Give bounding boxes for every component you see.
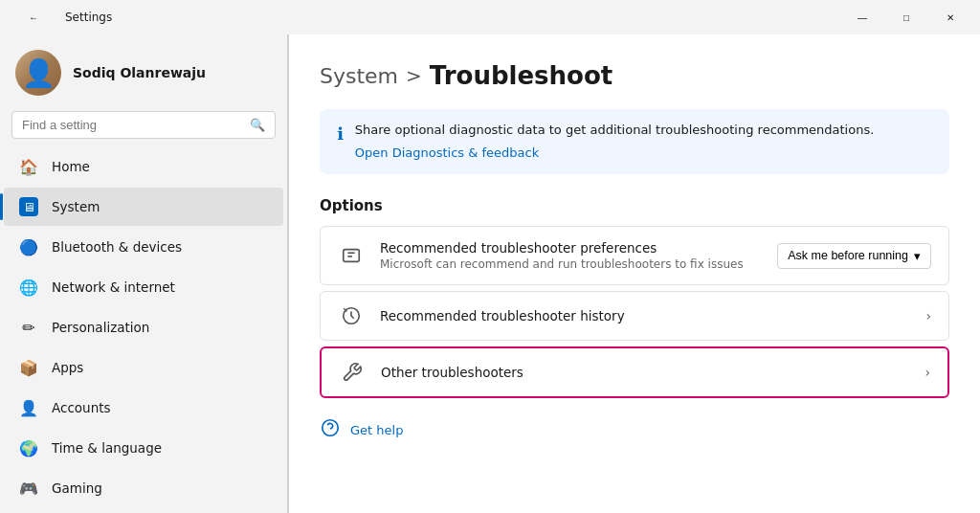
nav-label-bluetooth: Bluetooth & devices <box>52 239 182 255</box>
network-icon: 🌐 <box>19 278 38 297</box>
search-box[interactable]: 🔍 <box>11 111 276 139</box>
option-card-recommended-history[interactable]: Recommended troubleshooter history › <box>320 291 949 341</box>
option-card-recommended-prefs[interactable]: Recommended troubleshooter preferences M… <box>320 226 949 285</box>
other-troubleshooters-text: Other troubleshooters <box>381 365 909 380</box>
nav-label-time: Time & language <box>52 440 162 456</box>
recommended-prefs-icon <box>338 245 365 266</box>
breadcrumb: System > Troubleshoot <box>320 61 949 90</box>
home-icon: 🏠 <box>19 157 38 176</box>
breadcrumb-current: Troubleshoot <box>430 61 612 90</box>
bluetooth-icon: 🔵 <box>19 237 38 256</box>
gaming-icon: 🎮 <box>19 479 38 498</box>
user-profile[interactable]: Sodiq Olanrewaju <box>0 34 287 107</box>
nav-label-accounts: Accounts <box>52 400 111 415</box>
nav-label-personalization: Personalization <box>52 320 149 335</box>
time-icon: 🌍 <box>19 438 38 457</box>
nav-item-gaming[interactable]: 🎮 Gaming <box>4 469 283 507</box>
ask-me-dropdown[interactable]: Ask me before running ▾ <box>777 243 931 269</box>
nav-item-accounts[interactable]: 👤 Accounts <box>4 389 283 427</box>
back-button[interactable]: ← <box>11 2 56 33</box>
recommended-prefs-title: Recommended troubleshooter preferences <box>380 240 762 256</box>
personalization-icon: ✏️ <box>19 318 38 337</box>
search-input[interactable] <box>22 118 242 132</box>
nav-item-network[interactable]: 🌐 Network & internet <box>4 268 283 306</box>
get-help-link[interactable]: Get help <box>350 423 403 437</box>
svg-point-5 <box>323 420 339 436</box>
svg-rect-0 <box>344 250 360 262</box>
app-title: Settings <box>65 11 112 24</box>
history-icon <box>338 305 365 326</box>
diagnostics-link[interactable]: Open Diagnostics & feedback <box>355 145 539 160</box>
options-label: Options <box>320 197 949 214</box>
accounts-icon: 👤 <box>19 398 38 417</box>
nav-item-apps[interactable]: 📦 Apps <box>4 348 283 387</box>
main-content: System > Troubleshoot ℹ️ Share optional … <box>289 34 980 513</box>
nav-item-bluetooth[interactable]: 🔵 Bluetooth & devices <box>4 228 283 266</box>
history-right: › <box>925 308 931 323</box>
title-bar-left: ← Settings <box>11 2 112 33</box>
apps-icon: 📦 <box>19 358 38 377</box>
option-card-other-troubleshooters[interactable]: Other troubleshooters › <box>320 346 949 398</box>
info-banner-text: Share optional diagnostic data to get ad… <box>355 123 874 137</box>
history-text: Recommended troubleshooter history <box>380 308 910 323</box>
nav-label-network: Network & internet <box>52 279 175 295</box>
avatar <box>15 50 61 96</box>
get-help[interactable]: Get help <box>320 410 949 451</box>
nav-label-system: System <box>52 199 100 214</box>
recommended-prefs-right: Ask me before running ▾ <box>777 243 931 269</box>
close-button[interactable]: ✕ <box>928 2 972 33</box>
chevron-right-other-icon: › <box>924 365 930 380</box>
other-troubleshooters-right: › <box>924 365 930 380</box>
nav-label-apps: Apps <box>52 360 83 375</box>
search-icon: 🔍 <box>250 118 265 132</box>
user-name: Sodiq Olanrewaju <box>73 65 206 80</box>
nav-item-system[interactable]: 🖥 System <box>4 188 283 226</box>
recommended-prefs-subtitle: Microsoft can recommend and run troubles… <box>380 257 762 271</box>
breadcrumb-separator: > <box>406 64 422 87</box>
window-controls: — □ ✕ <box>840 2 972 33</box>
sidebar: Sodiq Olanrewaju 🔍 🏠 Home 🖥 System 🔵 Blu… <box>0 34 287 513</box>
nav-item-time[interactable]: 🌍 Time & language <box>4 429 283 467</box>
chevron-right-icon: › <box>925 308 931 323</box>
nav-item[interactable]: 🏠 Home <box>4 147 283 186</box>
info-text-block: Share optional diagnostic data to get ad… <box>355 123 874 161</box>
history-title: Recommended troubleshooter history <box>380 308 910 323</box>
dropdown-label: Ask me before running <box>788 249 908 262</box>
title-bar: ← Settings — □ ✕ <box>0 0 980 34</box>
wrench-icon <box>339 362 366 383</box>
system-icon: 🖥 <box>19 197 38 216</box>
get-help-icon <box>320 417 341 443</box>
recommended-prefs-text: Recommended troubleshooter preferences M… <box>380 240 762 271</box>
other-troubleshooters-title: Other troubleshooters <box>381 365 909 380</box>
nav-label-gaming: Gaming <box>52 480 102 496</box>
breadcrumb-parent[interactable]: System <box>320 64 398 88</box>
info-icon: ℹ️ <box>337 123 344 144</box>
nav-label-home: Home <box>52 159 90 174</box>
maximize-button[interactable]: □ <box>884 2 928 33</box>
nav-item-personalization[interactable]: ✏️ Personalization <box>4 308 283 346</box>
minimize-button[interactable]: — <box>840 2 884 33</box>
chevron-down-icon: ▾ <box>914 249 921 263</box>
info-banner: ℹ️ Share optional diagnostic data to get… <box>320 109 949 174</box>
app-body: Sodiq Olanrewaju 🔍 🏠 Home 🖥 System 🔵 Blu… <box>0 34 980 513</box>
